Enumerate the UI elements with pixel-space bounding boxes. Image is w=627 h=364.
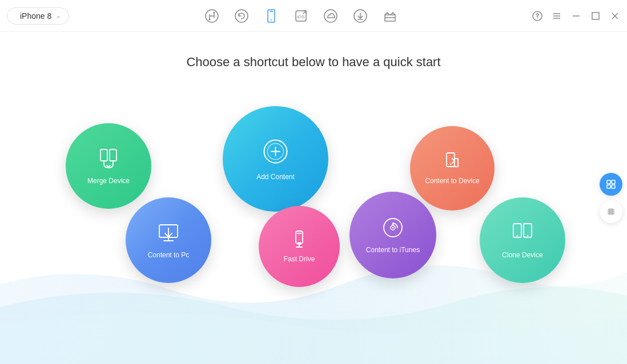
cloud-sync-icon[interactable]: [323, 8, 339, 24]
svg-rect-20: [592, 13, 599, 19]
svg-point-1: [213, 11, 215, 13]
main-content: Choose a shortcut below to have a quick …: [0, 32, 627, 364]
content-to-itunes-button[interactable]: Content to iTunes: [349, 192, 436, 278]
toolbar: iOS: [204, 8, 398, 24]
shortcuts-container: Merge Device Add Content: [0, 95, 627, 334]
window-controls: [532, 11, 620, 21]
fast-drive-button[interactable]: Fast Drive: [259, 206, 340, 287]
svg-rect-24: [110, 149, 116, 161]
clone-device-icon: [510, 220, 535, 248]
close-button[interactable]: [610, 11, 620, 21]
titlebar: iPhone 8 ⌄: [0, 0, 627, 32]
content-to-pc-label: Content to Pc: [148, 251, 190, 260]
svg-rect-23: [101, 149, 107, 161]
clone-device-button[interactable]: Clone Device: [480, 197, 565, 283]
music-transfer-icon[interactable]: [204, 8, 220, 24]
page-title: Choose a shortcut below to have a quick …: [0, 32, 627, 70]
svg-rect-49: [612, 185, 615, 188]
content-to-itunes-label: Content to iTunes: [366, 246, 420, 255]
svg-rect-47: [612, 180, 615, 184]
menu-button[interactable]: [552, 11, 562, 21]
maximize-button[interactable]: [590, 11, 601, 21]
tools-button[interactable]: [600, 173, 622, 196]
add-content-button[interactable]: Add Content: [223, 106, 328, 212]
device-selector[interactable]: iPhone 8 ⌄: [7, 7, 69, 25]
svg-point-41: [392, 227, 394, 229]
fast-drive-label: Fast Drive: [284, 255, 315, 264]
clone-device-label: Clone Device: [502, 251, 542, 260]
svg-rect-48: [607, 185, 610, 188]
backup-restore-icon[interactable]: [234, 8, 250, 24]
merge-device-icon: [96, 146, 121, 173]
svg-point-3: [235, 10, 248, 22]
merge-device-button[interactable]: Merge Device: [66, 123, 151, 209]
svg-point-30: [450, 164, 451, 165]
device-name: iPhone 8: [20, 11, 51, 21]
content-to-itunes-icon: [380, 215, 405, 242]
download-icon[interactable]: [352, 8, 368, 24]
minimize-button[interactable]: [571, 11, 581, 21]
fast-drive-icon: [289, 229, 310, 252]
toolbox-icon[interactable]: [382, 8, 398, 24]
grid-button[interactable]: [600, 200, 622, 223]
ios-transfer-icon[interactable]: iOS: [293, 8, 309, 24]
svg-text:iOS: iOS: [297, 14, 304, 19]
add-content-label: Add Content: [256, 173, 295, 182]
chevron-down-icon: ⌄: [56, 13, 61, 19]
phone-manager-icon[interactable]: [263, 8, 279, 24]
content-to-device-icon: [442, 151, 463, 173]
side-panel: [595, 168, 627, 228]
content-to-pc-icon: [156, 220, 181, 248]
svg-point-6: [271, 19, 272, 21]
merge-device-label: Merge Device: [87, 177, 130, 186]
svg-point-45: [527, 235, 528, 236]
svg-point-44: [517, 235, 518, 236]
svg-rect-46: [607, 180, 610, 184]
content-to-device-label: Content to Device: [425, 177, 479, 186]
svg-point-2: [208, 18, 210, 20]
add-content-icon: [260, 136, 291, 169]
content-to-pc-button[interactable]: Content to Pc: [126, 197, 211, 283]
svg-point-15: [537, 18, 538, 19]
help-button[interactable]: [532, 11, 542, 21]
content-to-device-button[interactable]: Content to Device: [410, 126, 495, 211]
